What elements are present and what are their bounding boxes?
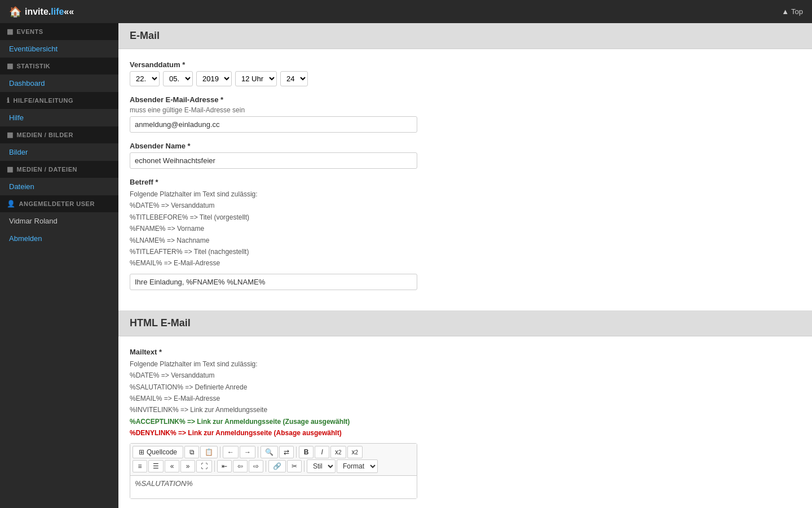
sidebar-section-user: 👤 ANGEMELDETER USER (0, 195, 118, 212)
absender-email-group: Absender E-Mail-Adresse * muss eine gült… (130, 95, 801, 133)
bold-button[interactable]: B (299, 446, 314, 458)
subscript-button[interactable]: x2 (330, 446, 346, 458)
unlink-button[interactable]: ✂ (287, 460, 302, 472)
versanddatum-group: Versanddatum * 22. 05. 2019 12 Uhr (130, 60, 801, 86)
superscript-button[interactable]: x2 (347, 446, 363, 458)
absender-email-input[interactable] (130, 116, 417, 133)
absender-email-hint: muss eine gültige E-Mail-Adresse sein (130, 106, 801, 114)
sidebar: ▦ EVENTS Eventübersicht ▦ STATISTIK Dash… (0, 23, 118, 508)
bidirectional-button[interactable]: ⇄ (279, 446, 294, 458)
unordered-list-button[interactable]: ☰ (148, 460, 164, 472)
deny-link-placeholder: %DENYLINK% => Link zur Anmeldungsseite (… (130, 429, 342, 437)
ordered-list-button[interactable]: ≡ (133, 460, 147, 472)
mailtext-group: Mailtext * Folgende Platzhalter im Text … (130, 348, 801, 500)
toolbar-separator-6 (304, 461, 304, 472)
mailtext-label: Mailtext * (130, 348, 801, 356)
toolbar-separator-4 (214, 461, 215, 472)
paste-button[interactable]: 📋 (200, 446, 218, 458)
align-center-button[interactable]: ⇦ (233, 460, 248, 472)
user-section-icon: 👤 (7, 200, 16, 208)
toolbar-separator-1 (220, 446, 220, 458)
italic-button[interactable]: I (315, 446, 329, 458)
sidebar-section-bilder: ▦ MEDIEN / BILDER (0, 126, 118, 143)
html-email-section-header: HTML E-Mail (118, 310, 812, 336)
html-email-section-content: Mailtext * Folgende Platzhalter im Text … (118, 336, 812, 508)
sidebar-user-name: Vidmar Roland (0, 212, 118, 230)
sidebar-item-hilfe[interactable]: Hilfe (0, 109, 118, 126)
align-left-button[interactable]: ⇤ (217, 460, 232, 472)
betreff-input[interactable] (130, 274, 417, 290)
redo-button[interactable]: → (240, 446, 255, 458)
toolbar-separator-5 (266, 461, 266, 472)
day-select[interactable]: 22. (130, 71, 160, 86)
logo-icon: 🏠 (9, 6, 21, 18)
absender-name-group: Absender Name * (130, 142, 801, 169)
align-right-button[interactable]: ⇨ (249, 460, 263, 472)
absender-name-input[interactable] (130, 152, 417, 169)
versanddatum-label: Versanddatum * (130, 60, 801, 69)
editor-wrapper: ⊞ Quellcode ⧉ 📋 ← → 🔍 ⇄ (130, 443, 417, 499)
email-section-content: Versanddatum * 22. 05. 2019 12 Uhr (118, 49, 812, 310)
search-button[interactable]: 🔍 (261, 446, 278, 458)
sidebar-item-abmelden[interactable]: Abmelden (0, 230, 118, 247)
sidebar-section-events: ▦ EVENTS (0, 23, 118, 40)
toolbar-separator-3 (296, 446, 297, 458)
accept-link-placeholder: %ACCEPTLINK% => Link zur Anmeldungsseite… (130, 418, 350, 426)
topbar: 🏠 invite.life«« ▲ Top (0, 0, 812, 23)
arrow-up-icon: ▲ (782, 7, 789, 16)
logo-text: invite.life«« (25, 7, 74, 17)
bilder-icon: ▦ (7, 131, 14, 139)
sidebar-item-dashboard[interactable]: Dashboard (0, 75, 118, 92)
betreff-label: Betreff * (130, 178, 801, 186)
statistik-icon: ▦ (7, 62, 14, 70)
month-select[interactable]: 05. (163, 71, 193, 86)
absender-email-label: Absender E-Mail-Adresse * (130, 95, 801, 104)
editor-body[interactable]: %SALUTATION% (130, 476, 417, 498)
hour-select[interactable]: 12 Uhr (235, 71, 277, 86)
betreff-group: Betreff * Folgende Platzhalter im Text s… (130, 178, 801, 290)
copy-button[interactable]: ⧉ (184, 446, 199, 458)
undo-button[interactable]: ← (223, 446, 239, 458)
mailtext-placeholder-list: Folgende Platzhalter im Text sind zuläss… (130, 358, 801, 439)
sidebar-section-dateien: ▦ MEDIEN / DATEIEN (0, 161, 118, 178)
quellcode-button[interactable]: ⊞ Quellcode (133, 446, 183, 458)
toolbar-row-1: ⊞ Quellcode ⧉ 📋 ← → 🔍 ⇄ (133, 446, 414, 458)
link-button[interactable]: 🔗 (268, 460, 286, 472)
sidebar-item-dateien[interactable]: Dateien (0, 178, 118, 195)
quellcode-icon: ⊞ (139, 448, 144, 456)
dateien-icon: ▦ (7, 165, 14, 173)
indent-decrease-button[interactable]: « (165, 460, 179, 472)
absender-name-label: Absender Name * (130, 142, 801, 150)
email-section-header: E-Mail (118, 23, 812, 49)
date-selects: 22. 05. 2019 12 Uhr 24 (130, 71, 801, 86)
sidebar-item-eventuebersicht[interactable]: Eventübersicht (0, 40, 118, 58)
fullscreen-button[interactable]: ⛶ (196, 460, 212, 472)
sidebar-item-bilder[interactable]: Bilder (0, 143, 118, 161)
editor-body-text: %SALUTATION% (135, 479, 193, 488)
events-icon: ▦ (7, 28, 14, 36)
indent-increase-button[interactable]: » (180, 460, 195, 472)
logo: 🏠 invite.life«« (9, 6, 74, 18)
editor-toolbar: ⊞ Quellcode ⧉ 📋 ← → 🔍 ⇄ (130, 444, 417, 476)
top-link[interactable]: ▲ Top (782, 7, 803, 16)
hilfe-icon: ℹ (7, 97, 10, 104)
sidebar-section-hilfe: ℹ HILFE/ANLEITUNG (0, 92, 118, 109)
minute-select[interactable]: 24 (280, 71, 308, 86)
toolbar-row-2: ≡ ☰ « » ⛶ ⇤ ⇦ ⇨ 🔗 ✂ (133, 459, 414, 473)
betreff-placeholder-list: Folgende Platzhalter im Text sind zuläss… (130, 189, 801, 269)
main-content: E-Mail Versanddatum * 22. 05. 2019 (118, 23, 812, 508)
format-select[interactable]: Format (337, 459, 378, 473)
year-select[interactable]: 2019 (196, 71, 232, 86)
toolbar-separator-2 (258, 446, 258, 458)
stil-select[interactable]: Stil (307, 459, 336, 473)
sidebar-section-statistik: ▦ STATISTIK (0, 58, 118, 75)
